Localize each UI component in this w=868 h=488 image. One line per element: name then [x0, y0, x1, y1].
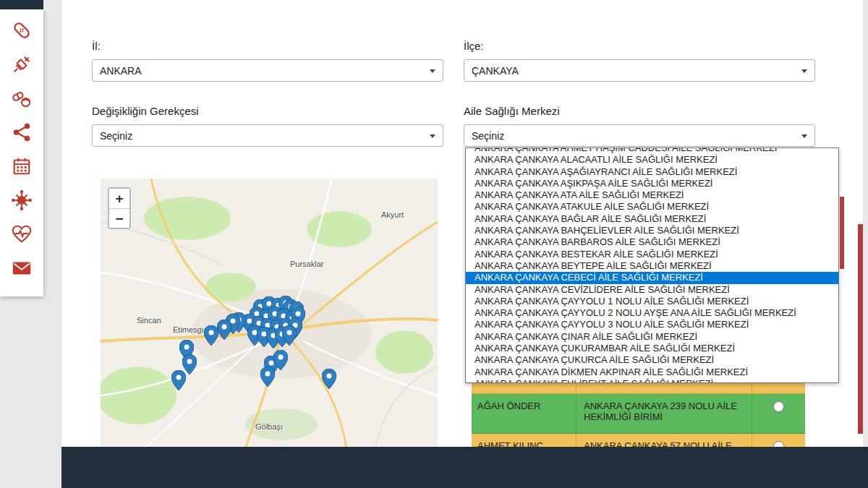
dropdown-option[interactable]: ANKARA ÇANKAYA ÇUKURCA AİLE SAĞLIĞI MERK…: [466, 354, 838, 366]
dropdown-option[interactable]: ANKARA ÇANKAYA DİKMEN AKPINAR AİLE SAĞLI…: [466, 367, 838, 378]
unit-name: ANKARA ÇANKAYA 239 NOLU AİLE HEKİMLİĞİ B…: [576, 394, 752, 433]
mail-icon[interactable]: [11, 257, 33, 279]
map-place-label: Etimesgut: [173, 325, 208, 334]
dropdown-option[interactable]: ANKARA ÇANKAYA ALACAATLI AİLE SAĞLIĞI ME…: [466, 154, 838, 166]
gerekce-select[interactable]: Seçiniz: [92, 124, 443, 147]
pills-icon[interactable]: [11, 87, 33, 109]
dropdown-option[interactable]: ANKARA ÇANKAYA BAHÇELİEVLER AİLE SAĞLIĞI…: [466, 225, 838, 236]
bandage-icon[interactable]: [11, 20, 33, 41]
select-radio[interactable]: [773, 401, 784, 412]
dropdown-option[interactable]: ANKARA ÇANKAYA BAĞLAR AİLE SAĞLIĞI MERKE…: [466, 213, 838, 225]
gerekce-select-value: Seçiniz: [100, 130, 132, 142]
dropdown-option[interactable]: ANKARA ÇANKAYA BEYTEPE AİLE SAĞLIĞI MERK…: [466, 260, 838, 272]
zoom-in-button[interactable]: +: [109, 189, 129, 208]
share-icon[interactable]: [11, 121, 33, 143]
dropdown-option[interactable]: ANKARA ÇANKAYA AŞIKPAŞA AİLE SAĞLIĞI MER…: [466, 178, 838, 189]
ilce-label: İlçe:: [464, 40, 484, 52]
dropdown-option[interactable]: ANKARA ÇANKAYA CEBECİ AİLE SAĞLIĞI MERKE…: [466, 272, 838, 283]
map-place-label: Gölbaşı: [255, 422, 283, 431]
gerekce-label: Değişikliğin Gerekçesi: [92, 105, 199, 117]
il-select[interactable]: ANKARA: [92, 59, 443, 82]
dropdown-option[interactable]: ANKARA ÇANKAYA ÇAYYOLU 3 NOLU AİLE SAĞLI…: [466, 319, 838, 330]
table-row: AĞAH ÖNDERANKARA ÇANKAYA 239 NOLU AİLE H…: [472, 394, 805, 434]
asm-dropdown-list[interactable]: ANKARA ÇANKAYA AHMET HAŞIM CADDESİ AİLE …: [465, 147, 839, 383]
page-scrollbar-accent[interactable]: [858, 224, 863, 434]
asm-select-value: Seçiniz: [472, 130, 504, 142]
left-icon-sidebar: [0, 9, 43, 296]
chevron-down-icon: [430, 69, 435, 73]
table-scrollbar-thumb[interactable]: [840, 197, 844, 269]
dropdown-option[interactable]: ANKARA ÇANKAYA ATAKULE AİLE SAĞLIĞI MERK…: [466, 201, 838, 213]
page: İl: İlçe: Değişikliğin Gerekçesi Aile Sa…: [0, 0, 868, 488]
map-marker[interactable]: [322, 369, 336, 389]
dropdown-option[interactable]: ANKARA ÇANKAYA ÇINAR AİLE SAĞLIĞI MERKEZ…: [466, 331, 838, 343]
dropdown-option[interactable]: ANKARA ÇANKAYA ÇAYYOLU 1 NOLU AİLE SAĞLI…: [466, 296, 838, 307]
map-place-label: Akyurt: [381, 210, 404, 219]
dropdown-option[interactable]: ANKARA ÇANKAYA CEVİZLİDERE AİLE SAĞLIĞI …: [466, 284, 838, 296]
zoom-out-button[interactable]: −: [109, 208, 129, 228]
syringe-icon[interactable]: [11, 53, 33, 75]
il-label: İl:: [92, 40, 101, 52]
footer: [61, 447, 868, 488]
dropdown-option[interactable]: ANKARA ÇANKAYA ÇUKURAMBAR AİLE SAĞLIĞI M…: [466, 343, 838, 354]
provider-name: AĞAH ÖNDER: [472, 394, 576, 433]
ilce-select-value: ÇANKAYA: [472, 65, 519, 77]
map-marker[interactable]: [204, 325, 218, 346]
il-select-value: ANKARA: [100, 65, 142, 77]
calendar-icon[interactable]: [11, 155, 33, 177]
map-zoom-control: + −: [108, 187, 131, 229]
chevron-down-icon: [801, 69, 807, 73]
chevron-down-icon: [430, 134, 435, 138]
chevron-down-icon: [801, 134, 807, 138]
asm-select[interactable]: Seçiniz: [464, 124, 815, 147]
dropdown-option[interactable]: ANKARA ÇANKAYA AHMET HAŞIM CADDESİ AİLE …: [466, 147, 838, 154]
navbar-fragment: [0, 0, 43, 9]
dropdown-option[interactable]: ANKARA ÇANKAYA ATA AİLE SAĞLIĞI MERKEZİ: [466, 189, 838, 201]
map-marker[interactable]: [171, 370, 186, 390]
map-marker[interactable]: [260, 367, 275, 387]
map[interactable]: + − AkyurtPursaklarSincanEtimesgutGölbaş…: [101, 179, 438, 448]
map-marker[interactable]: [217, 320, 231, 340]
asm-label: Aile Sağlığı Merkezi: [464, 105, 560, 117]
ilce-select[interactable]: ÇANKAYA: [464, 59, 815, 82]
map-marker[interactable]: [273, 350, 288, 370]
virus-icon[interactable]: [11, 189, 33, 211]
dropdown-option[interactable]: ANKARA ÇANKAYA ÇAYYOLU 2 NOLU AYŞE ANA A…: [466, 307, 838, 319]
dropdown-option[interactable]: ANKARA ÇANKAYA BESTEKAR AİLE SAĞLIĞI MER…: [466, 249, 838, 260]
dropdown-option[interactable]: ANKARA ÇANKAYA AŞAĞIAYRANCI AİLE SAĞLIĞI…: [466, 166, 838, 178]
radio-cell: [752, 394, 805, 433]
dropdown-option[interactable]: ANKARA ÇANKAYA BARBAROS AİLE SAĞLIĞI MER…: [466, 236, 838, 248]
heart-pulse-icon[interactable]: [11, 223, 33, 245]
map-marker[interactable]: [282, 325, 297, 346]
dropdown-option[interactable]: ANKARA ÇANKAYA EHLİBEYT AİLE SAĞLIĞI MER…: [466, 378, 838, 383]
map-place-label: Sincan: [137, 316, 161, 325]
map-place-label: Pursaklar: [290, 260, 323, 268]
